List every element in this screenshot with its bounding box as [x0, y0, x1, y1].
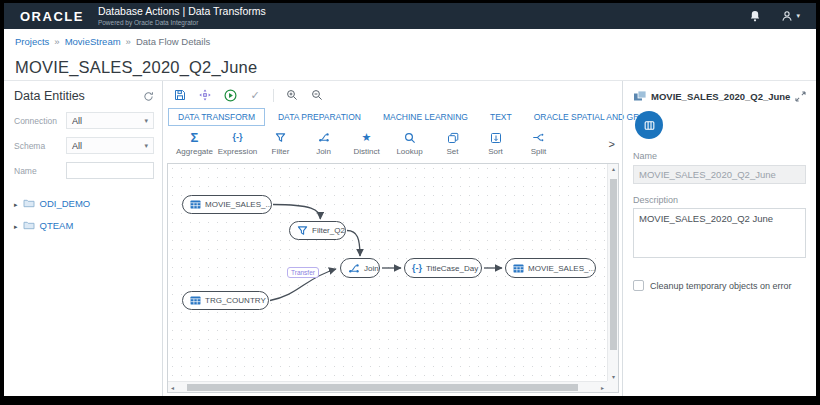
tool-expression[interactable]: {-}Expression [216, 131, 259, 156]
breadcrumb-separator: » [54, 36, 59, 47]
breadcrumb-separator: » [126, 36, 131, 47]
tree-item-label: ODI_DEMO [40, 198, 91, 209]
connection-filter-row: ConnectionAll▾ [14, 112, 154, 129]
run-button[interactable] [220, 86, 240, 104]
table-icon [190, 200, 201, 209]
breadcrumb: Projects»MovieStream»Data Flow Details [4, 29, 816, 54]
tool-join[interactable]: Join [302, 131, 345, 156]
flow-node-label: Join [364, 264, 379, 273]
split-icon [532, 131, 545, 144]
flow-edge-src1-filter [273, 205, 320, 220]
name-field[interactable] [633, 165, 806, 184]
tool-label: Expression [218, 147, 258, 156]
tree-expand-icon[interactable]: ▸ [14, 220, 18, 231]
zoom-out-icon [311, 89, 323, 101]
tool-lookup[interactable]: Lookup [388, 131, 431, 156]
tools-overflow-button[interactable]: > [609, 138, 622, 156]
flow-node-label: MOVIE_SALES_... [205, 200, 272, 209]
top-bar-actions: ▾ [749, 10, 800, 22]
title-bar: MOVIE_SALES_2020_Q2_June [4, 54, 816, 81]
notifications-button[interactable] [749, 10, 761, 22]
table-icon [513, 264, 524, 273]
tool-split[interactable]: Split [517, 131, 560, 156]
sigma-icon: Σ [191, 131, 199, 144]
vertical-scroll-thumb[interactable] [610, 179, 617, 350]
tool-label: Distinct [353, 147, 379, 156]
properties-title: MOVIE_SALES_2020_Q2_June [651, 91, 791, 102]
flow-node-join[interactable]: Join [340, 258, 380, 278]
name-input[interactable] [66, 162, 154, 179]
data-entities-panel: Data Entities ConnectionAll▾SchemaAll▾Na… [4, 81, 163, 396]
tree-expand-icon[interactable]: ▸ [14, 198, 18, 209]
schema-select[interactable]: All▾ [66, 137, 154, 154]
breadcrumb-moviestream[interactable]: MovieStream [65, 36, 121, 47]
tab-machine-learning[interactable]: MACHINE LEARNING [374, 109, 477, 125]
funnel-icon [297, 225, 308, 236]
breadcrumb-data-flow-details: Data Flow Details [136, 36, 210, 47]
tool-category-tabs: DATA TRANSFORMDATA PREPARATIONMACHINE LE… [163, 106, 622, 127]
scroll-left-icon[interactable]: ◂ [171, 382, 174, 393]
connection-select[interactable]: All▾ [66, 112, 154, 129]
flow-node-movie-sales[interactable]: MOVIE_SALES_... [182, 195, 272, 214]
app-window: ORACLE Database Actions | Data Transform… [4, 3, 816, 396]
zoom-out-button[interactable] [307, 86, 327, 104]
flow-canvas[interactable]: MOVIE_SALES_...Filter_Q2Join{-}TitleCase… [167, 163, 619, 393]
chevron-down-icon: ▾ [144, 142, 148, 150]
tab-data-transform[interactable]: DATA TRANSFORM [168, 108, 265, 126]
tool-filter[interactable]: Filter [259, 131, 302, 156]
schema-tree: ▸ODI_DEMO▸QTEAM [14, 192, 154, 236]
connection-value: All [72, 116, 82, 126]
scroll-up-icon[interactable]: ▴ [608, 165, 619, 172]
tool-sort[interactable]: Sort [474, 131, 517, 156]
bell-icon [749, 10, 761, 22]
flow-node-label: MOVIE_SALES_... [528, 264, 595, 273]
description-field[interactable]: MOVIE_SALES_2020_Q2 June [633, 208, 806, 258]
validate-icon: ✓ [250, 89, 259, 102]
tree-item-odi-demo[interactable]: ▸ODI_DEMO [14, 192, 154, 214]
transfer-badge[interactable]: Transfer [287, 267, 319, 278]
dataflow-designer: ✓ DATA TRANSFORMDATA PREPARATIONMACHINE … [163, 81, 622, 396]
app-title: Database Actions | Data Transforms [98, 6, 266, 18]
auto-layout-button[interactable] [195, 86, 215, 104]
cleanup-checkbox[interactable] [633, 280, 644, 291]
tab-text[interactable]: TEXT [481, 109, 521, 125]
folder-icon [23, 198, 35, 208]
page-title: MOVIE_SALES_2020_Q2_June [15, 58, 257, 77]
save-button[interactable] [170, 86, 190, 104]
refresh-icon[interactable] [143, 91, 154, 102]
horizontal-scrollbar[interactable]: ◂ ▸ [168, 381, 607, 392]
user-menu-button[interactable]: ▾ [781, 10, 800, 22]
tool-label: Set [446, 147, 458, 156]
zoom-in-button[interactable] [282, 86, 302, 104]
validate-button[interactable]: ✓ [245, 86, 265, 104]
tool-aggregate[interactable]: ΣAggregate [173, 131, 216, 156]
flow-edge-filter-join [347, 231, 360, 257]
tree-item-qteam[interactable]: ▸QTEAM [14, 214, 154, 236]
top-bar: ORACLE Database Actions | Data Transform… [4, 3, 816, 29]
connection-label: Connection [14, 116, 66, 126]
scroll-down-icon[interactable]: ▾ [608, 373, 619, 380]
expand-panel-icon[interactable] [795, 91, 806, 102]
breadcrumb-projects[interactable]: Projects [15, 36, 49, 47]
tool-label: Aggregate [176, 147, 213, 156]
main-layout: Data Entities ConnectionAll▾SchemaAll▾Na… [4, 81, 816, 396]
flow-node-movie-sales[interactable]: MOVIE_SALES_... [505, 258, 596, 278]
scroll-right-icon[interactable]: ▸ [601, 382, 604, 393]
horizontal-scroll-thumb[interactable] [187, 384, 578, 391]
columns-view-button[interactable] [635, 111, 663, 139]
designer-toolbar: ✓ [163, 81, 622, 106]
flow-node-titlecase-day[interactable]: {-}TitleCase_Day [404, 258, 482, 278]
flow-area[interactable]: MOVIE_SALES_...Filter_Q2Join{-}TitleCase… [168, 164, 607, 381]
columns-icon [643, 119, 656, 132]
auto-layout-icon [199, 89, 211, 101]
tool-set[interactable]: Set [431, 131, 474, 156]
set-icon [447, 131, 459, 144]
tab-data-preparation[interactable]: DATA PREPARATION [269, 109, 370, 125]
flow-node-filter-q2[interactable]: Filter_Q2 [289, 221, 346, 240]
vertical-scrollbar[interactable]: ▴ ▾ [607, 164, 618, 381]
sort-icon [490, 131, 502, 144]
tool-distinct[interactable]: ★Distinct [345, 131, 388, 156]
tree-item-label: QTEAM [40, 220, 74, 231]
flow-node-trg-country[interactable]: TRG_COUNTRY [182, 291, 269, 310]
tool-label: Split [531, 147, 547, 156]
